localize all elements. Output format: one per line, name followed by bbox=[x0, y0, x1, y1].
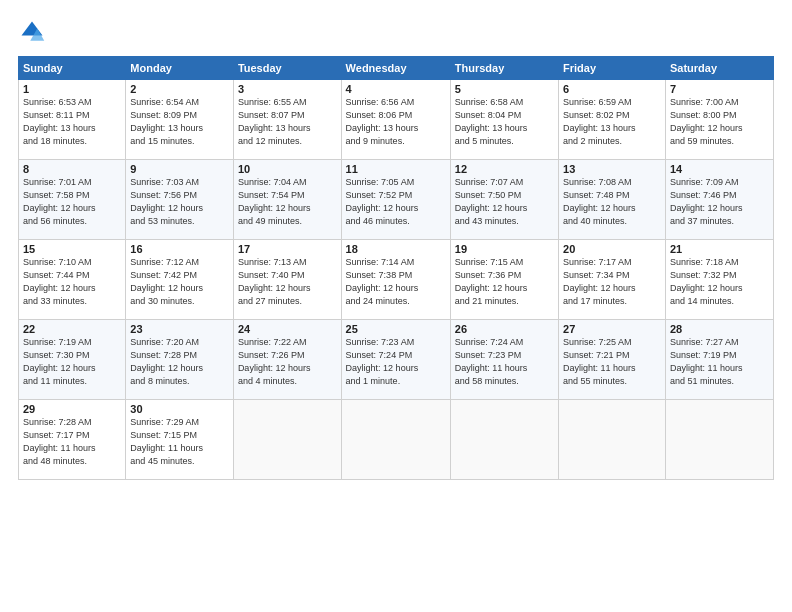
day-info: Sunrise: 7:12 AM Sunset: 7:42 PM Dayligh… bbox=[130, 256, 229, 308]
day-info: Sunrise: 6:53 AM Sunset: 8:11 PM Dayligh… bbox=[23, 96, 121, 148]
weekday-header: Tuesday bbox=[233, 57, 341, 80]
calendar-cell: 24Sunrise: 7:22 AM Sunset: 7:26 PM Dayli… bbox=[233, 320, 341, 400]
calendar-cell: 28Sunrise: 7:27 AM Sunset: 7:19 PM Dayli… bbox=[665, 320, 773, 400]
day-number: 17 bbox=[238, 243, 337, 255]
calendar-cell: 17Sunrise: 7:13 AM Sunset: 7:40 PM Dayli… bbox=[233, 240, 341, 320]
day-info: Sunrise: 7:23 AM Sunset: 7:24 PM Dayligh… bbox=[346, 336, 446, 388]
day-info: Sunrise: 7:08 AM Sunset: 7:48 PM Dayligh… bbox=[563, 176, 661, 228]
day-info: Sunrise: 7:15 AM Sunset: 7:36 PM Dayligh… bbox=[455, 256, 554, 308]
day-info: Sunrise: 7:00 AM Sunset: 8:00 PM Dayligh… bbox=[670, 96, 769, 148]
weekday-header: Sunday bbox=[19, 57, 126, 80]
calendar-cell: 3Sunrise: 6:55 AM Sunset: 8:07 PM Daylig… bbox=[233, 80, 341, 160]
calendar-week-row: 22Sunrise: 7:19 AM Sunset: 7:30 PM Dayli… bbox=[19, 320, 774, 400]
day-number: 26 bbox=[455, 323, 554, 335]
calendar-cell: 21Sunrise: 7:18 AM Sunset: 7:32 PM Dayli… bbox=[665, 240, 773, 320]
day-info: Sunrise: 7:05 AM Sunset: 7:52 PM Dayligh… bbox=[346, 176, 446, 228]
calendar-cell: 1Sunrise: 6:53 AM Sunset: 8:11 PM Daylig… bbox=[19, 80, 126, 160]
day-info: Sunrise: 6:56 AM Sunset: 8:06 PM Dayligh… bbox=[346, 96, 446, 148]
day-number: 22 bbox=[23, 323, 121, 335]
calendar-cell: 11Sunrise: 7:05 AM Sunset: 7:52 PM Dayli… bbox=[341, 160, 450, 240]
day-number: 8 bbox=[23, 163, 121, 175]
calendar-cell: 16Sunrise: 7:12 AM Sunset: 7:42 PM Dayli… bbox=[126, 240, 234, 320]
day-info: Sunrise: 7:01 AM Sunset: 7:58 PM Dayligh… bbox=[23, 176, 121, 228]
calendar-cell: 18Sunrise: 7:14 AM Sunset: 7:38 PM Dayli… bbox=[341, 240, 450, 320]
calendar-cell: 15Sunrise: 7:10 AM Sunset: 7:44 PM Dayli… bbox=[19, 240, 126, 320]
day-number: 25 bbox=[346, 323, 446, 335]
weekday-header: Monday bbox=[126, 57, 234, 80]
calendar-cell: 8Sunrise: 7:01 AM Sunset: 7:58 PM Daylig… bbox=[19, 160, 126, 240]
day-number: 23 bbox=[130, 323, 229, 335]
day-info: Sunrise: 6:58 AM Sunset: 8:04 PM Dayligh… bbox=[455, 96, 554, 148]
day-info: Sunrise: 7:10 AM Sunset: 7:44 PM Dayligh… bbox=[23, 256, 121, 308]
calendar-week-row: 8Sunrise: 7:01 AM Sunset: 7:58 PM Daylig… bbox=[19, 160, 774, 240]
calendar-cell: 29Sunrise: 7:28 AM Sunset: 7:17 PM Dayli… bbox=[19, 400, 126, 480]
day-number: 12 bbox=[455, 163, 554, 175]
weekday-header: Thursday bbox=[450, 57, 558, 80]
day-info: Sunrise: 7:07 AM Sunset: 7:50 PM Dayligh… bbox=[455, 176, 554, 228]
calendar-cell: 13Sunrise: 7:08 AM Sunset: 7:48 PM Dayli… bbox=[559, 160, 666, 240]
day-info: Sunrise: 6:55 AM Sunset: 8:07 PM Dayligh… bbox=[238, 96, 337, 148]
calendar-cell: 23Sunrise: 7:20 AM Sunset: 7:28 PM Dayli… bbox=[126, 320, 234, 400]
calendar-cell bbox=[233, 400, 341, 480]
calendar-cell: 22Sunrise: 7:19 AM Sunset: 7:30 PM Dayli… bbox=[19, 320, 126, 400]
calendar-cell: 10Sunrise: 7:04 AM Sunset: 7:54 PM Dayli… bbox=[233, 160, 341, 240]
logo bbox=[18, 18, 50, 46]
day-info: Sunrise: 7:20 AM Sunset: 7:28 PM Dayligh… bbox=[130, 336, 229, 388]
calendar-header-row: SundayMondayTuesdayWednesdayThursdayFrid… bbox=[19, 57, 774, 80]
day-number: 15 bbox=[23, 243, 121, 255]
calendar-cell bbox=[665, 400, 773, 480]
calendar-cell bbox=[341, 400, 450, 480]
day-info: Sunrise: 7:17 AM Sunset: 7:34 PM Dayligh… bbox=[563, 256, 661, 308]
day-number: 1 bbox=[23, 83, 121, 95]
calendar-cell: 26Sunrise: 7:24 AM Sunset: 7:23 PM Dayli… bbox=[450, 320, 558, 400]
day-number: 7 bbox=[670, 83, 769, 95]
calendar-cell: 6Sunrise: 6:59 AM Sunset: 8:02 PM Daylig… bbox=[559, 80, 666, 160]
day-info: Sunrise: 6:59 AM Sunset: 8:02 PM Dayligh… bbox=[563, 96, 661, 148]
day-number: 24 bbox=[238, 323, 337, 335]
day-info: Sunrise: 7:09 AM Sunset: 7:46 PM Dayligh… bbox=[670, 176, 769, 228]
day-info: Sunrise: 7:29 AM Sunset: 7:15 PM Dayligh… bbox=[130, 416, 229, 468]
day-number: 16 bbox=[130, 243, 229, 255]
day-number: 30 bbox=[130, 403, 229, 415]
day-number: 2 bbox=[130, 83, 229, 95]
calendar-cell bbox=[450, 400, 558, 480]
calendar-cell: 20Sunrise: 7:17 AM Sunset: 7:34 PM Dayli… bbox=[559, 240, 666, 320]
day-number: 28 bbox=[670, 323, 769, 335]
calendar-cell bbox=[559, 400, 666, 480]
day-info: Sunrise: 7:13 AM Sunset: 7:40 PM Dayligh… bbox=[238, 256, 337, 308]
day-number: 13 bbox=[563, 163, 661, 175]
calendar-cell: 19Sunrise: 7:15 AM Sunset: 7:36 PM Dayli… bbox=[450, 240, 558, 320]
day-info: Sunrise: 7:14 AM Sunset: 7:38 PM Dayligh… bbox=[346, 256, 446, 308]
day-info: Sunrise: 7:04 AM Sunset: 7:54 PM Dayligh… bbox=[238, 176, 337, 228]
day-info: Sunrise: 7:18 AM Sunset: 7:32 PM Dayligh… bbox=[670, 256, 769, 308]
calendar-cell: 9Sunrise: 7:03 AM Sunset: 7:56 PM Daylig… bbox=[126, 160, 234, 240]
day-number: 18 bbox=[346, 243, 446, 255]
day-number: 10 bbox=[238, 163, 337, 175]
day-info: Sunrise: 7:22 AM Sunset: 7:26 PM Dayligh… bbox=[238, 336, 337, 388]
day-number: 5 bbox=[455, 83, 554, 95]
day-info: Sunrise: 6:54 AM Sunset: 8:09 PM Dayligh… bbox=[130, 96, 229, 148]
calendar-cell: 27Sunrise: 7:25 AM Sunset: 7:21 PM Dayli… bbox=[559, 320, 666, 400]
calendar-cell: 5Sunrise: 6:58 AM Sunset: 8:04 PM Daylig… bbox=[450, 80, 558, 160]
logo-icon bbox=[18, 18, 46, 46]
day-info: Sunrise: 7:03 AM Sunset: 7:56 PM Dayligh… bbox=[130, 176, 229, 228]
calendar-cell: 4Sunrise: 6:56 AM Sunset: 8:06 PM Daylig… bbox=[341, 80, 450, 160]
day-number: 14 bbox=[670, 163, 769, 175]
page: SundayMondayTuesdayWednesdayThursdayFrid… bbox=[0, 0, 792, 612]
day-info: Sunrise: 7:28 AM Sunset: 7:17 PM Dayligh… bbox=[23, 416, 121, 468]
header bbox=[18, 18, 774, 46]
calendar-week-row: 29Sunrise: 7:28 AM Sunset: 7:17 PM Dayli… bbox=[19, 400, 774, 480]
day-info: Sunrise: 7:19 AM Sunset: 7:30 PM Dayligh… bbox=[23, 336, 121, 388]
weekday-header: Wednesday bbox=[341, 57, 450, 80]
day-number: 27 bbox=[563, 323, 661, 335]
weekday-header: Friday bbox=[559, 57, 666, 80]
calendar: SundayMondayTuesdayWednesdayThursdayFrid… bbox=[18, 56, 774, 480]
calendar-cell: 2Sunrise: 6:54 AM Sunset: 8:09 PM Daylig… bbox=[126, 80, 234, 160]
calendar-cell: 12Sunrise: 7:07 AM Sunset: 7:50 PM Dayli… bbox=[450, 160, 558, 240]
day-number: 21 bbox=[670, 243, 769, 255]
day-number: 9 bbox=[130, 163, 229, 175]
day-number: 20 bbox=[563, 243, 661, 255]
calendar-week-row: 1Sunrise: 6:53 AM Sunset: 8:11 PM Daylig… bbox=[19, 80, 774, 160]
day-info: Sunrise: 7:24 AM Sunset: 7:23 PM Dayligh… bbox=[455, 336, 554, 388]
calendar-cell: 7Sunrise: 7:00 AM Sunset: 8:00 PM Daylig… bbox=[665, 80, 773, 160]
